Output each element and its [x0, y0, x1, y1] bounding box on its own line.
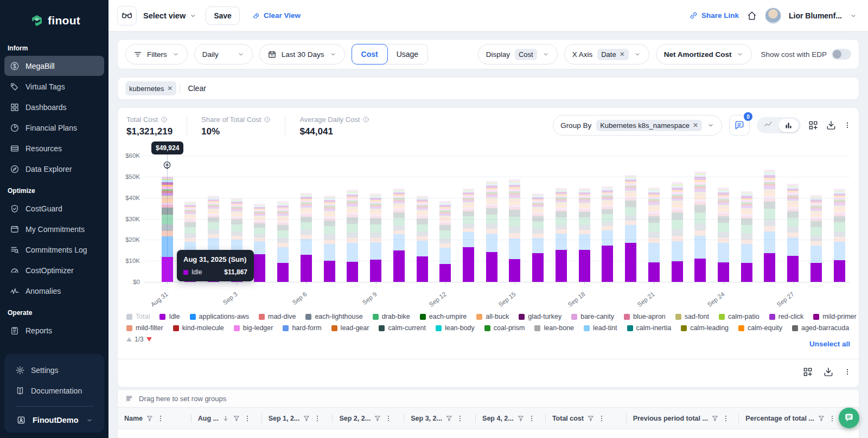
bar-chart-icon[interactable]	[778, 119, 799, 132]
sidebar-item-resources[interactable]: Resources	[4, 138, 104, 158]
view-glasses-button[interactable]	[117, 6, 137, 25]
legend-item-lean-bone[interactable]: lean-bone	[534, 324, 574, 332]
stacked-bar-sep-5[interactable]	[277, 201, 289, 282]
legend-item-calm-current[interactable]: calm-current	[379, 324, 425, 332]
kebab-menu-icon[interactable]	[157, 414, 164, 423]
filter-funnel-icon[interactable]	[146, 415, 154, 422]
stacked-bar-sep-25[interactable]	[741, 191, 752, 282]
stacked-bar-sep-23[interactable]	[694, 171, 706, 282]
legend-item-calm-equity[interactable]: calm-equity	[738, 324, 782, 332]
cost-type-dropdown[interactable]: Net Amortized Cost	[656, 44, 752, 65]
stacked-bar-sep-15[interactable]	[509, 179, 520, 282]
stacked-bar-sep-13[interactable]	[463, 189, 474, 282]
sidebar-item-settings[interactable]: Settings	[10, 360, 99, 380]
save-button[interactable]: Save	[206, 7, 240, 25]
kebab-menu-icon[interactable]	[722, 414, 730, 423]
stacked-bar-sep-22[interactable]	[672, 182, 683, 282]
stacked-bar-sep-24[interactable]	[718, 188, 729, 282]
sort-descending-icon[interactable]	[222, 415, 229, 422]
unselect-all-link[interactable]: Unselect all	[809, 340, 850, 348]
filter-funnel-icon[interactable]	[445, 415, 453, 422]
sidebar-item-reports[interactable]: Reports	[4, 320, 104, 340]
legend-item-bare-canity[interactable]: bare-canity	[571, 313, 614, 320]
close-icon[interactable]: ✕	[167, 85, 173, 92]
granularity-dropdown[interactable]: Daily	[194, 44, 253, 65]
filter-funnel-icon[interactable]	[233, 415, 240, 422]
legend-item-calm-patio[interactable]: calm-patio	[719, 313, 760, 320]
filter-funnel-icon[interactable]	[374, 415, 381, 422]
legend-page-up-icon[interactable]	[126, 337, 132, 342]
sidebar-item-megabill[interactable]: MegaBill	[4, 56, 104, 76]
clear-view-link[interactable]: Clear View	[252, 11, 301, 20]
comments-button[interactable]: 0	[729, 115, 750, 136]
legend-item-calm-leading[interactable]: calm-leading	[681, 324, 729, 332]
stacked-bar-sep-11[interactable]	[417, 196, 428, 282]
stacked-bar-sep-4[interactable]	[254, 204, 265, 282]
stacked-bar-sep-8[interactable]	[347, 190, 358, 282]
stacked-bar-sep-10[interactable]	[393, 189, 405, 282]
legend-item-sad-font[interactable]: sad-font	[675, 313, 709, 320]
annotation-plus-icon[interactable]	[162, 160, 172, 170]
stacked-bar-aug-31[interactable]	[162, 177, 173, 282]
sidebar-item-costoptimizer[interactable]: CostOptimizer	[4, 260, 104, 280]
stacked-bar-sep-21[interactable]	[648, 188, 660, 282]
stacked-bar-sep-14[interactable]	[486, 181, 497, 282]
kebab-menu-icon[interactable]	[598, 414, 605, 423]
download-icon[interactable]	[826, 120, 837, 131]
stacked-bar-sep-28[interactable]	[810, 195, 822, 282]
stacked-bar-sep-6[interactable]	[301, 193, 312, 282]
column-header-sep-3-2[interactable]: Sep 3, 2...	[404, 408, 475, 429]
add-to-dashboard-icon[interactable]	[802, 366, 813, 377]
legend-item-drab-bike[interactable]: drab-bike	[373, 313, 410, 320]
chevron-down-icon[interactable]	[850, 12, 857, 20]
legend-item-hard-form[interactable]: hard-form	[283, 324, 321, 332]
filter-funnel-icon[interactable]	[517, 415, 525, 422]
sidebar-item-financial-plans[interactable]: Financial Plans	[4, 118, 104, 138]
account-switcher[interactable]: FinoutDemo	[8, 412, 101, 426]
legend-item-blue-apron[interactable]: blue-apron	[624, 313, 666, 320]
filter-funnel-icon[interactable]	[303, 415, 310, 422]
legend-item-each-umpire[interactable]: each-umpire	[420, 313, 467, 320]
avatar[interactable]	[765, 8, 781, 24]
support-chat-button[interactable]	[839, 408, 859, 428]
legend-item-mild-primer[interactable]: mild-primer	[813, 313, 857, 320]
share-link-button[interactable]: Share Link	[689, 11, 739, 20]
chart-plot[interactable]: $60K$50K$40K$30K$20K$10K$0Aug 31Sep 3Sep…	[144, 156, 850, 282]
legend-item-lean-body[interactable]: lean-body	[436, 324, 475, 332]
kebab-menu-icon[interactable]	[844, 368, 851, 376]
legend-item-kind-molecule[interactable]: kind-molecule	[173, 324, 224, 332]
stacked-bar-sep-7[interactable]	[324, 196, 335, 282]
add-to-dashboard-icon[interactable]	[808, 120, 819, 131]
legend-item-each-lighthouse[interactable]: each-lighthouse	[305, 313, 362, 320]
user-name[interactable]: Lior Blumenf...	[789, 11, 842, 20]
tab-usage[interactable]: Usage	[387, 44, 427, 64]
legend-item-mild-filter[interactable]: mild-filter	[126, 324, 163, 332]
legend-item-lead-tint[interactable]: lead-tint	[584, 324, 617, 332]
tab-cost[interactable]: Cost	[352, 44, 388, 65]
legend-item-red-click[interactable]: red-click	[769, 313, 804, 320]
stacked-bar-sep-18[interactable]	[579, 188, 590, 282]
kebab-menu-icon[interactable]	[314, 414, 321, 423]
legend-item-lead-gear[interactable]: lead-gear	[331, 324, 369, 332]
stacked-bar-sep-16[interactable]	[532, 194, 544, 282]
xaxis-dropdown[interactable]: X Axis Date✕	[564, 44, 649, 65]
sidebar-item-commitments-log[interactable]: Commitments Log	[4, 240, 104, 260]
legend-page-down-icon[interactable]	[146, 337, 152, 342]
legend-item-mad-dive[interactable]: mad-dive	[259, 313, 296, 320]
line-chart-icon[interactable]	[759, 120, 777, 130]
filters-dropdown[interactable]: Filters	[125, 44, 188, 65]
legend-item-total[interactable]: Total	[126, 313, 150, 320]
date-range-dropdown[interactable]: 31 Last 30 Days	[259, 44, 345, 65]
stacked-bar-sep-19[interactable]	[602, 186, 613, 282]
group-by-dropdown[interactable]: Group By Kubernetes k8s_namespace✕	[553, 115, 722, 136]
kebab-menu-icon[interactable]	[844, 121, 851, 130]
home-icon[interactable]	[746, 10, 757, 21]
kebab-menu-icon[interactable]	[528, 414, 535, 423]
sidebar-item-virtual-tags[interactable]: Virtual Tags	[4, 76, 104, 96]
legend-item-all-buck[interactable]: all-buck	[476, 313, 509, 320]
row-groups-dropzone[interactable]: Drag here to set row groups	[117, 389, 859, 407]
filter-chip-kubernetes[interactable]: kubernetes✕	[125, 81, 176, 95]
column-header-name[interactable]: Name	[118, 408, 191, 429]
stacked-bar-sep-17[interactable]	[556, 188, 567, 282]
display-dropdown[interactable]: Display Cost	[478, 44, 558, 65]
